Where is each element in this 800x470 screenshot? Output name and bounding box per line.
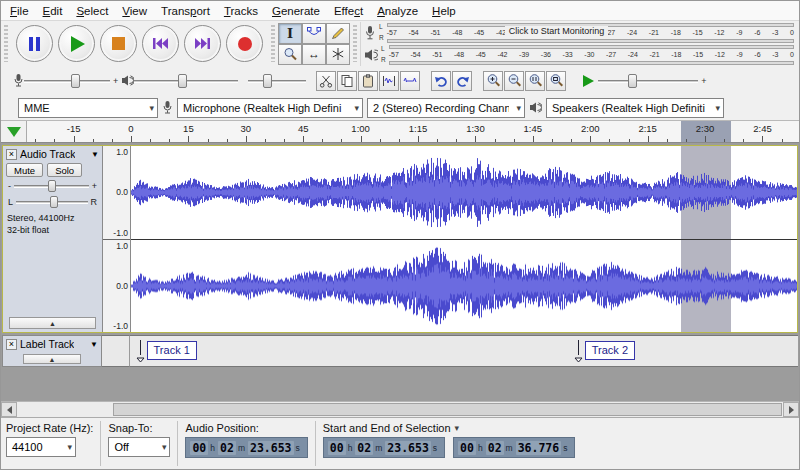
menu-file[interactable]: File xyxy=(3,3,36,19)
timeline-label: 1:00 xyxy=(351,123,370,134)
audio-track-collapse-button[interactable]: ▲ xyxy=(9,317,96,329)
recording-device-dropdown[interactable]: Microphone (Realtek High Defini ▾ xyxy=(177,98,363,118)
fit-selection-button[interactable] xyxy=(525,71,545,91)
menu-generate[interactable]: Generate xyxy=(265,3,327,19)
menu-analyze[interactable]: Analyze xyxy=(370,3,425,19)
menu-help[interactable]: Help xyxy=(425,3,463,19)
audio-position-display[interactable]: 00h02m23.653s xyxy=(185,437,307,458)
transport-toolbar-grip[interactable] xyxy=(4,25,8,62)
chevron-down-icon: ▾ xyxy=(712,103,723,113)
horizontal-scrollbar[interactable] xyxy=(1,401,799,417)
play-at-speed-button[interactable] xyxy=(583,75,594,87)
label-text[interactable]: Track 1 xyxy=(147,341,197,360)
meter-scale-number: -42 xyxy=(497,51,507,58)
tools-toolbar-grip[interactable] xyxy=(271,25,275,62)
undo-button[interactable] xyxy=(431,71,451,91)
audio-track-title[interactable]: Audio Track xyxy=(20,148,75,160)
recording-meter[interactable]: LR -57-54-51-48-45-42-39-36-33-30-27-24-… xyxy=(360,22,799,44)
zoom-tool-button[interactable] xyxy=(278,44,302,65)
cut-button[interactable] xyxy=(316,71,336,91)
menu-effect[interactable]: Effect xyxy=(327,3,370,19)
gain-slider[interactable] xyxy=(14,179,89,193)
pan-slider[interactable] xyxy=(16,195,87,209)
pause-button[interactable] xyxy=(16,25,53,62)
label-track-close-button[interactable]: × xyxy=(6,339,17,350)
timeline-ruler[interactable]: -1501530451:001:151:301:452:002:152:302:… xyxy=(27,121,799,142)
meter-toolbars: LR -57-54-51-48-45-42-39-36-33-30-27-24-… xyxy=(360,22,799,66)
project-rate-dropdown[interactable]: 44100 ▾ xyxy=(6,437,76,457)
solo-button[interactable]: Solo xyxy=(47,163,82,177)
audio-track-close-button[interactable]: × xyxy=(6,149,17,160)
copy-button[interactable] xyxy=(337,71,357,91)
redo-button[interactable] xyxy=(452,71,472,91)
ruler-value: 1.0 xyxy=(116,241,128,251)
selection-format-dropdown[interactable]: Start and End of Selection ▾ xyxy=(323,422,576,434)
pinned-playhead-toggle[interactable] xyxy=(1,121,27,142)
stop-button[interactable] xyxy=(100,25,137,62)
trim-audio-button[interactable] xyxy=(379,71,399,91)
recording-volume-slider[interactable] xyxy=(24,72,110,90)
label-track-menu-arrow[interactable]: ▼ xyxy=(90,340,98,349)
snap-to-dropdown[interactable]: Off ▾ xyxy=(108,437,170,457)
menu-transport[interactable]: Transport xyxy=(154,3,217,19)
recording-channels-dropdown[interactable]: 2 (Stereo) Recording Channels ▾ xyxy=(367,98,525,118)
play-speed-slider[interactable] xyxy=(598,72,698,90)
label-marker-icon[interactable] xyxy=(136,339,145,363)
zoom-in-button[interactable] xyxy=(483,71,503,91)
selection-start-display[interactable]: 00h02m23.653s xyxy=(323,437,445,458)
gain-slider-thumb[interactable] xyxy=(48,180,56,192)
label-marker-icon[interactable] xyxy=(574,339,583,363)
menu-view[interactable]: View xyxy=(115,3,154,19)
mute-button[interactable]: Mute xyxy=(6,163,43,177)
fit-project-button[interactable] xyxy=(546,71,566,91)
record-button[interactable] xyxy=(226,25,263,62)
label-track-content[interactable]: Track 1Track 2 xyxy=(130,335,798,367)
selection-tool-button[interactable]: I xyxy=(278,23,302,44)
scrollbar-thumb[interactable] xyxy=(113,403,782,416)
playback-meter[interactable]: LR -57-54-51-48-45-42-39-36-33-30-27-24-… xyxy=(360,44,799,66)
selection-end-display[interactable]: 00h02m36.776s xyxy=(453,437,575,458)
zoom-out-button[interactable] xyxy=(504,71,524,91)
menu-select[interactable]: Select xyxy=(69,3,115,19)
scroll-right-button[interactable] xyxy=(783,402,799,417)
meter-toolbar-grip[interactable] xyxy=(353,25,357,62)
recording-volume-thumb[interactable] xyxy=(71,74,80,88)
waveform-channel-left[interactable] xyxy=(131,146,797,240)
menu-edit[interactable]: Edit xyxy=(36,3,70,19)
playback-volume-slider[interactable] xyxy=(134,72,238,90)
label-text[interactable]: Track 2 xyxy=(585,341,635,360)
playback-device-dropdown[interactable]: Speakers (Realtek High Definiti ▾ xyxy=(546,98,724,118)
envelope-tool-button[interactable] xyxy=(302,23,326,44)
timeline-tick xyxy=(399,139,400,142)
monitoring-message[interactable]: Click to Start Monitoring xyxy=(505,26,609,36)
meter-scale-number: -3 xyxy=(772,51,778,58)
paste-button[interactable] xyxy=(358,71,378,91)
paste-icon xyxy=(361,74,375,88)
timeline-tick xyxy=(361,136,362,142)
silence-audio-button[interactable] xyxy=(400,71,420,91)
draw-tool-button[interactable] xyxy=(326,23,350,44)
auxiliary-slider[interactable] xyxy=(248,72,306,90)
playback-meter-body[interactable]: -57-54-51-48-45-42-39-36-33-30-27-24-21-… xyxy=(389,45,794,65)
statusbar-separator xyxy=(315,421,316,466)
label-track-title[interactable]: Label Track xyxy=(20,338,74,350)
play-button[interactable] xyxy=(58,25,95,62)
pan-slider-thumb[interactable] xyxy=(50,196,58,208)
waveform-channel-right[interactable] xyxy=(131,240,797,333)
menu-tracks[interactable]: Tracks xyxy=(217,3,265,19)
skip-to-end-button[interactable] xyxy=(184,25,221,62)
recording-meter-body[interactable]: -57-54-51-48-45-42-39-36-33-30-27-24-21-… xyxy=(387,23,794,43)
channel-ruler: 1.00.0-1.0 xyxy=(103,146,130,240)
scroll-left-button[interactable] xyxy=(1,402,17,417)
multi-tool-button[interactable] xyxy=(326,44,350,65)
playback-volume-thumb[interactable] xyxy=(178,74,187,88)
skip-to-start-button[interactable] xyxy=(142,25,179,62)
audio-track-menu-arrow[interactable]: ▼ xyxy=(91,150,99,159)
label-track-collapse-button[interactable]: ▲ xyxy=(23,354,81,364)
auxiliary-slider-thumb[interactable] xyxy=(263,74,272,88)
play-speed-thumb[interactable] xyxy=(628,74,637,88)
track-format-line2: 32-bit float xyxy=(7,225,98,237)
audio-host-dropdown[interactable]: MME ▾ xyxy=(18,98,158,118)
timeshift-tool-button[interactable]: ↔ xyxy=(302,44,326,65)
meter-channel-label: R xyxy=(379,35,384,42)
